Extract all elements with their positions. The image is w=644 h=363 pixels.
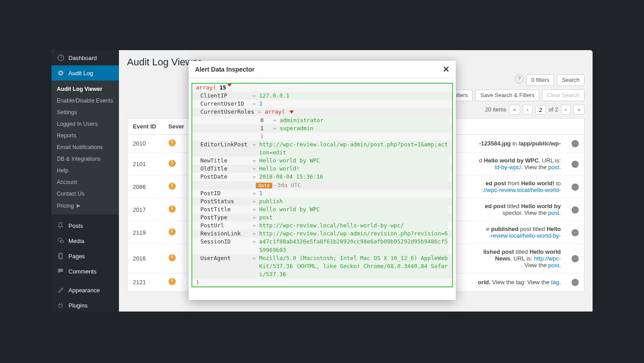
- alert-data-inspector-modal: Alert Data Inspector ✕ array( 15 ClientI…: [189, 61, 456, 300]
- sidebar-item-pages[interactable]: Pages: [51, 248, 119, 264]
- svg-point-3: [58, 238, 62, 242]
- inspector-row: NewTitle⇒Hello world by WPC: [192, 157, 452, 165]
- comment-icon: [57, 267, 65, 275]
- array-close: ): [192, 132, 452, 141]
- severity-info-icon: [169, 160, 176, 167]
- row-more-icon[interactable]: ⋯: [572, 255, 579, 262]
- pager-page-input[interactable]: [535, 105, 546, 115]
- submenu-account[interactable]: Account: [51, 176, 119, 188]
- pager-next[interactable]: ›: [561, 105, 571, 115]
- array-close-outer: ): [192, 278, 452, 286]
- inspector-row: OldTitle⇒Hello world!: [192, 165, 452, 173]
- sidebar-item-posts[interactable]: Posts: [51, 218, 119, 233]
- table-header-more: [566, 119, 585, 135]
- inspector-row: EditorLinkPost⇒http://wpc-review.local/w…: [192, 141, 452, 157]
- submenu-help[interactable]: Help: [51, 165, 119, 176]
- row-more-icon[interactable]: ⋯: [572, 279, 579, 286]
- search-button[interactable]: Search: [557, 74, 585, 86]
- date-badge: date: [256, 183, 272, 188]
- sidebar-item-plugins[interactable]: Plugins: [51, 298, 119, 312]
- inspector-nested-row: 1⇒superadmin: [192, 124, 452, 132]
- plug-icon: [57, 301, 65, 309]
- submenu-db[interactable]: DB & Integrations: [51, 153, 119, 165]
- svg-point-2: [60, 72, 62, 74]
- item-count: 20 items: [485, 107, 506, 113]
- submenu-logged-in[interactable]: Logged In Users: [51, 118, 119, 130]
- array-open: array( 15: [192, 84, 452, 92]
- row-more-icon[interactable]: ⋯: [572, 161, 579, 168]
- modal-title: Alert Data Inspector: [195, 66, 254, 73]
- inspector-row: RevisionLink⇒http://wpc-review.local/wp-…: [192, 230, 452, 238]
- page-icon: [57, 252, 65, 260]
- row-more-icon[interactable]: ⋯: [572, 184, 579, 191]
- sidebar-item-comments[interactable]: Comments: [51, 264, 119, 279]
- brush-icon: [57, 286, 65, 294]
- submenu-pricing[interactable]: Pricing ➤: [51, 200, 119, 212]
- media-icon: [57, 237, 65, 245]
- severity-info-icon: [169, 228, 176, 235]
- filters-count-button[interactable]: 0 filters: [526, 74, 554, 86]
- inspector-row: CurrentUserRoles⇒array(: [192, 108, 452, 116]
- submenu-enable[interactable]: Enable/Disable Events: [51, 95, 119, 107]
- row-more-icon[interactable]: ⋯: [572, 229, 579, 236]
- submenu-email[interactable]: Email Notifications: [51, 141, 119, 153]
- data-inspector: array( 15 ClientIP⇒127.0.0.1 CurrentUser…: [191, 83, 453, 287]
- admin-sidebar: Dashboard Audit Log Audit Log Viewer Ena…: [51, 50, 119, 312]
- dashboard-icon: [57, 54, 65, 62]
- severity-info-icon: [169, 254, 176, 261]
- cell-event-id: 2010: [127, 135, 163, 153]
- sidebar-item-dashboard[interactable]: Dashboard: [51, 50, 119, 65]
- modal-header: Alert Data Inspector ✕: [189, 61, 456, 78]
- inspector-row: PostStatus⇒publish: [192, 197, 452, 205]
- sidebar-label: Dashboard: [68, 55, 97, 61]
- pager-first[interactable]: «: [509, 105, 520, 115]
- sidebar-item-audit-log[interactable]: Audit Log: [51, 65, 119, 81]
- pin-icon: [57, 222, 65, 230]
- inspector-row-date-rel: date-3da UTC: [192, 181, 452, 189]
- severity-info-icon: [169, 205, 176, 213]
- inspector-row: PostDate⇒2018-08-04 15:36:16: [192, 173, 452, 181]
- modal-body: array( 15 ClientIP⇒127.0.0.1 CurrentUser…: [189, 78, 456, 300]
- submenu-settings[interactable]: Settings: [51, 107, 119, 118]
- clear-search-button[interactable]: Clear Search: [542, 90, 585, 101]
- submenu-reports[interactable]: Reports: [51, 130, 119, 141]
- pager-last[interactable]: »: [573, 105, 585, 115]
- table-header-event-id[interactable]: Event ID: [127, 119, 163, 135]
- sidebar-submenu: Audit Log Viewer Enable/Disable Events S…: [51, 81, 119, 214]
- pager-prev[interactable]: ‹: [523, 105, 533, 115]
- sidebar-item-appearance[interactable]: Appearance: [51, 282, 119, 298]
- inspector-row: PostType⇒post: [192, 214, 452, 222]
- severity-info-icon: [169, 183, 176, 190]
- inspector-row: UserAgent⇒Mozilla/5.0 (Macintosh; Intel …: [192, 254, 452, 278]
- inspector-row: PostUrl⇒http://wpc-review.local/hello-wo…: [192, 222, 452, 230]
- sidebar-label: Audit Log: [68, 70, 93, 77]
- inspector-row: SessionID⇒a47c1f08ab4326e5fa8f61b28920cc…: [192, 238, 452, 254]
- sidebar-item-media[interactable]: Media: [51, 233, 119, 248]
- pager-of: of 2: [549, 107, 558, 113]
- modal-close-icon[interactable]: ✕: [443, 64, 449, 74]
- save-search-button[interactable]: Save Search & Filters: [475, 90, 539, 101]
- caret-down-icon[interactable]: [289, 111, 294, 114]
- help-icon[interactable]: ?: [515, 74, 524, 83]
- inspector-row: PostID⇒1: [192, 189, 452, 197]
- inspector-row: PostTitle⇒Hello world by WPC: [192, 205, 452, 214]
- submenu-viewer[interactable]: Audit Log Viewer: [51, 83, 119, 95]
- severity-info-icon: [169, 139, 176, 146]
- caret-down-icon[interactable]: [227, 84, 232, 87]
- submenu-contact[interactable]: Contact Us: [51, 188, 119, 200]
- severity-info-icon: [169, 278, 176, 285]
- row-more-icon[interactable]: ⋯: [572, 140, 579, 147]
- inspector-nested-row: 0⇒administrator: [192, 116, 452, 124]
- audit-log-icon: [57, 69, 65, 77]
- inspector-row: ClientIP⇒127.0.0.1: [192, 92, 452, 100]
- inspector-row: CurrentUserID⇒1: [192, 100, 452, 108]
- row-more-icon[interactable]: ⋯: [572, 206, 579, 214]
